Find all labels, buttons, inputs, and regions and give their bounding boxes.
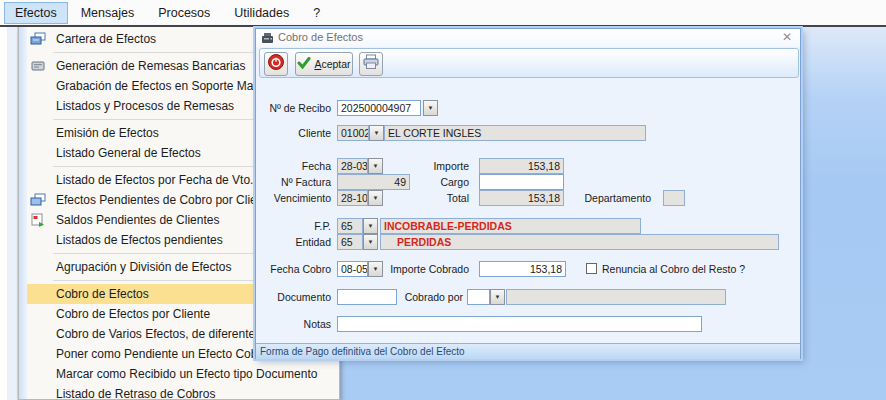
fp-label: F.P. [256,218,331,234]
entidad-dropdown-icon[interactable]: ▼ [363,234,378,250]
cobrado-por-label: Cobrado por [396,289,463,305]
menu-item-label: Cobro de Efectos [56,287,149,301]
entidad-code-combo[interactable]: 65 [337,234,363,250]
importe-label: Importe [396,158,469,174]
importe-cobrado-label: Importe Cobrado [356,261,469,277]
cliente-code-combo[interactable]: 01002 [337,125,369,141]
printer-icon [362,54,380,74]
window-left-edge [7,27,18,400]
menu-item-icon-empty [30,287,48,301]
dialog-titlebar[interactable]: Cobro de Efectos ✕ [256,29,800,47]
notas-field[interactable] [337,316,702,332]
close-icon[interactable]: ✕ [782,30,792,44]
dialog-toolbar: Aceptar [259,48,799,78]
cobro-de-efectos-dialog: Cobro de Efectos ✕ Aceptar Nº d [255,28,801,359]
menu-item-icon-empty [30,173,48,187]
menu-item-label: Cobro de Efectos por Cliente [56,307,210,321]
menu-item-label: Poner como Pendiente un Efecto Cobrado [56,347,281,361]
importe-cobrado-field[interactable]: 153,18 [479,261,566,277]
menu-item-label: Listado General de Efectos [56,146,201,160]
departamento-field [663,190,685,206]
check-icon [297,55,311,73]
cobrado-por-name-field [506,289,726,305]
documento-label: Documento [256,289,331,305]
fp-dropdown-icon[interactable]: ▼ [363,218,378,234]
vencimiento-combo[interactable]: 28-10-25 [337,190,368,206]
fecha-cobro-label: Fecha Cobro [256,261,331,277]
accept-button[interactable]: Aceptar [295,52,353,76]
fp-desc-field: INCOBRABLE-PERDIDAS [380,218,641,234]
menu-item-label: Generación de Remesas Bancarias [56,59,245,73]
menu-item[interactable]: Listado de Retraso de Cobros [27,384,339,400]
menu-item-label: Agrupación y División de Efectos [56,260,231,274]
documento-field[interactable] [337,289,397,305]
menu-item-label: Efectos Pendientes de Cobro por Cliente [56,193,273,207]
exit-button[interactable] [264,52,288,76]
menu-item-icon-empty [30,347,48,361]
remesa-icon [30,59,48,73]
renuncia-checkbox[interactable] [586,263,597,274]
print-button[interactable] [359,52,383,76]
menu-item-label: Emisión de Efectos [56,126,159,140]
menu-item-icon-empty [30,387,48,400]
menu-item-icon-empty [30,367,48,381]
menu-item-label: Listado de Retraso de Cobros [56,387,215,400]
menu-item-icon-empty [30,146,48,160]
entidad-label: Entidad [256,234,331,250]
menu-item-label: Listados y Procesos de Remesas [56,99,234,113]
dialog-title: Cobro de Efectos [278,31,363,43]
fecha-combo[interactable]: 28-03-25 [337,158,368,174]
menubar-item-procesos[interactable]: Procesos [147,2,221,24]
fecha-label: Fecha [256,158,331,174]
cargo-label: Cargo [396,174,469,190]
menubar-item-utilidades[interactable]: Utilidades [223,2,300,24]
cobrado-por-dropdown-icon[interactable]: ▼ [490,289,505,305]
accept-button-label: Aceptar [314,58,350,70]
vencimiento-dropdown-icon[interactable]: ▼ [368,190,383,206]
importe-field: 153,18 [479,158,564,174]
notas-label: Notas [256,316,331,332]
menu-item-label: Cartera de Efectos [56,32,156,46]
menu-item-label: Marcar como Recibido un Efecto tipo Docu… [56,367,317,381]
entidad-desc-field: PERDIDAS [380,234,779,250]
menu-item-label: Listado de Efectos por Fecha de Vto. [56,173,253,187]
application-window: EfectosMensajesProcesosUtilidades? Carte… [0,0,886,400]
vencimiento-label: Vencimiento [256,190,331,206]
menu-item-icon-empty [30,327,48,341]
menu-item-label: Listados de Efectos pendientes [56,233,223,247]
recibo-combo[interactable]: 202500004907 [337,100,421,116]
total-field: 153,18 [479,190,564,206]
dialog-icon [261,31,274,49]
pending-icon [30,193,48,207]
menu-item-icon-empty [30,126,48,140]
menubar: EfectosMensajesProcesosUtilidades? [0,0,886,25]
menubar-item-efectos[interactable]: Efectos [4,2,68,24]
menu-item-icon-empty [30,233,48,247]
cliente-name-field: EL CORTE INGLES [384,125,646,141]
menubar-item-?[interactable]: ? [302,2,331,24]
dialog-statusbar: Forma de Pago definitiva del Cobro del E… [256,343,800,359]
factura-label: Nº Factura [256,174,331,190]
menu-item-icon-empty [30,260,48,274]
menu-item-icon-empty [30,307,48,321]
departamento-label: Departamento [576,190,651,206]
menubar-item-mensajes[interactable]: Mensajes [70,2,146,24]
cobrado-por-combo[interactable] [467,289,490,305]
cliente-dropdown-icon[interactable]: ▼ [369,125,384,141]
menu-item-icon-empty [30,79,48,93]
power-icon [267,53,285,75]
recibo-dropdown-icon[interactable]: ▼ [423,100,438,116]
menu-item[interactable]: Marcar como Recibido un Efecto tipo Docu… [27,364,339,384]
menu-item-label: Saldos Pendientes de Clientes [56,213,219,227]
menu-gutter-strip [19,27,27,399]
fp-code-combo[interactable]: 65 [337,218,363,234]
cargo-field[interactable] [479,174,564,190]
menu-item-icon-empty [30,99,48,113]
renuncia-label: Renuncia al Cobro del Resto ? [602,261,782,277]
recibo-label: Nº de Recibo [256,100,331,116]
cards-icon [30,32,48,46]
saldos-icon [30,213,48,227]
total-label: Total [396,190,469,206]
fecha-dropdown-icon[interactable]: ▼ [368,158,383,174]
cliente-label: Cliente [256,125,331,141]
